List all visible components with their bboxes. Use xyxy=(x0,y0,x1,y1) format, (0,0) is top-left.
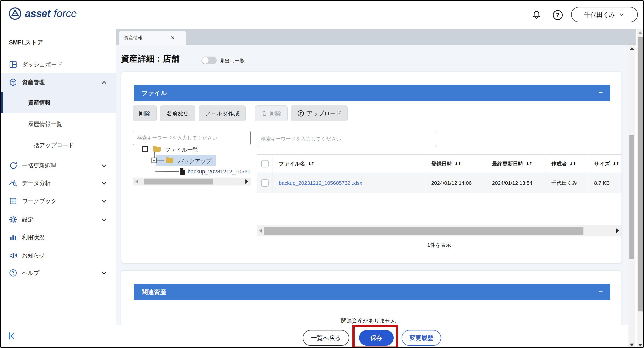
sidebar-item-settings[interactable]: 設定 xyxy=(1,212,116,227)
sidebar-footer xyxy=(1,324,116,348)
tree-item-backup-folder[interactable]: バックアップ xyxy=(178,158,212,165)
file-toolbar: 削除 名前変更 フォルダ作成 削除 アップロード xyxy=(133,105,348,121)
related-assets-title: 関連資産 xyxy=(142,288,166,296)
content-vertical-scrollbar[interactable] xyxy=(628,45,635,348)
tab-asset-info[interactable]: 資産情報 × xyxy=(119,31,186,45)
tree-expander-backup[interactable]: − xyxy=(152,158,157,163)
chevron-down-icon xyxy=(100,216,108,223)
scroll-right-icon[interactable] xyxy=(616,228,619,233)
sidebar-item-help[interactable]: ヘルプ xyxy=(1,266,116,280)
chevron-down-icon xyxy=(100,162,108,169)
sort-icon[interactable]: ↓↑ xyxy=(526,161,532,166)
sidebar-item-usage[interactable]: 利用状況 xyxy=(1,230,116,245)
rename-button[interactable]: 名前変更 xyxy=(160,105,195,121)
sidebar-item-notice[interactable]: お知らせ xyxy=(1,248,116,263)
chevron-down-icon xyxy=(100,198,108,205)
user-menu-button[interactable]: 千代田くみ xyxy=(571,7,638,22)
scroll-right-icon[interactable] xyxy=(246,179,248,184)
scrollbar-thumb[interactable] xyxy=(264,227,584,235)
sidebar-item-data-analysis[interactable]: データ分析 xyxy=(1,176,116,190)
heading-list-toggle[interactable] xyxy=(202,56,217,64)
scroll-left-icon[interactable] xyxy=(136,179,138,184)
file-panel: ファイル − 削除 名前変更 フォルダ作成 削除 アップロード xyxy=(121,72,622,263)
question-circle-icon xyxy=(9,269,17,277)
file-icon xyxy=(180,168,186,175)
select-all-checkbox[interactable] xyxy=(261,160,268,167)
collapse-panel-icon[interactable]: − xyxy=(599,289,603,295)
sort-icon[interactable]: ↓↑ xyxy=(308,161,314,166)
scrollbar-thumb[interactable] xyxy=(144,179,213,185)
bar-chart-icon xyxy=(9,233,17,241)
refresh-icon xyxy=(9,161,17,170)
sort-icon[interactable]: ↓↑ xyxy=(569,161,576,166)
table-header-row: ファイル名↓↑ 登録日時↓↑ 最終更新日時↓↑ 作成者↓↑ サイズ↓↑ xyxy=(257,154,622,173)
dashboard-icon xyxy=(9,60,17,69)
file-search-input[interactable] xyxy=(257,131,437,147)
annotation-highlight-box xyxy=(352,325,398,348)
toggle-knob xyxy=(202,57,208,64)
scrollbar-thumb[interactable] xyxy=(630,135,634,259)
folder-icon xyxy=(165,157,174,163)
sort-icon[interactable]: ↓↑ xyxy=(454,161,461,166)
page-vertical-scrollbar[interactable] xyxy=(637,29,644,348)
help-icon[interactable]: ? xyxy=(553,10,563,20)
folder-icon xyxy=(153,145,161,152)
heading-list-toggle-label: 見出し一覧 xyxy=(220,57,244,64)
table-row: backup_20231212_105605732 .xlsx 2024/01/… xyxy=(257,173,622,193)
sidebar-item-dashboard[interactable]: ダッシュボード xyxy=(1,57,116,72)
chart-magnifier-icon xyxy=(9,179,17,187)
scroll-down-icon[interactable] xyxy=(638,344,642,347)
file-table: ファイル名↓↑ 登録日時↓↑ 最終更新日時↓↑ 作成者↓↑ サイズ↓↑ back… xyxy=(257,154,622,193)
tree-expander-root[interactable]: − xyxy=(142,146,148,152)
tab-bar: 資産情報 × xyxy=(116,29,636,45)
scroll-up-icon[interactable] xyxy=(630,47,634,50)
sort-icon[interactable]: ↓↑ xyxy=(612,161,619,166)
sidebar-item-asset-info[interactable]: 資産情報 xyxy=(1,95,116,110)
delete-button[interactable]: 削除 xyxy=(133,105,157,121)
upload-icon xyxy=(297,110,304,117)
related-assets-panel: 関連資産 − 関連資産がありません。 xyxy=(121,271,622,330)
file-panel-header: ファイル − xyxy=(134,85,610,101)
tree-connector xyxy=(154,152,155,158)
back-to-list-button[interactable]: 一覧へ戻る xyxy=(303,330,349,346)
tree-connector xyxy=(145,143,145,146)
sidebar-item-bulk-update[interactable]: 一括更新処理 xyxy=(1,158,116,173)
scroll-down-icon[interactable] xyxy=(630,344,634,346)
empty-message: 関連資産がありません。 xyxy=(121,317,622,325)
scroll-up-icon[interactable] xyxy=(638,31,642,34)
sidebar-item-workbook[interactable]: ワークブック xyxy=(1,194,116,208)
chevron-down-icon xyxy=(100,270,108,277)
scroll-left-icon[interactable] xyxy=(259,228,262,233)
registered-datetime: 2024/01/12 14:06 xyxy=(431,180,472,186)
logo-text-force: force xyxy=(54,8,76,19)
notifications-bell-icon[interactable] xyxy=(532,10,542,20)
tree-item-root[interactable]: ファイル一覧 xyxy=(165,146,198,154)
app-window: assetforce ? 千代田くみ SMFLストア ダッシュボード xyxy=(0,0,644,348)
upload-button[interactable]: アップロード xyxy=(291,105,348,121)
updated-datetime: 2024/01/12 13:54 xyxy=(492,180,532,186)
tree-connector xyxy=(155,171,179,172)
logo-text-asset: asset xyxy=(25,8,50,19)
table-horizontal-scrollbar[interactable] xyxy=(257,225,622,236)
sidebar-item-bulk-upload[interactable]: 一括アップロード xyxy=(1,138,116,153)
create-folder-button[interactable]: フォルダ作成 xyxy=(199,105,246,121)
logo-mark-icon xyxy=(8,7,22,20)
sidebar-item-asset-management[interactable]: 資産管理 xyxy=(1,75,116,90)
row-checkbox[interactable] xyxy=(261,179,268,187)
user-name: 千代田くみ xyxy=(584,11,615,19)
file-link[interactable]: backup_20231212_105605732 .xlsx xyxy=(279,180,362,186)
scrollbar-thumb[interactable] xyxy=(638,37,643,312)
related-assets-header: 関連資産 − xyxy=(134,284,610,300)
tree-item-backup-file[interactable]: backup_20231212_105605732 .xlsx xyxy=(188,168,250,175)
change-history-button[interactable]: 変更履歴 xyxy=(402,330,441,346)
sidebar-item-history-list[interactable]: 履歴情報一覧 xyxy=(1,117,116,131)
page-title: 資産詳細：店舗 xyxy=(121,53,180,64)
collapse-sidebar-icon[interactable] xyxy=(8,332,16,340)
creator-name: 千代田くみ xyxy=(551,180,578,186)
tree-connector xyxy=(148,149,152,149)
collapse-panel-icon[interactable]: − xyxy=(599,89,603,96)
tab-close-icon[interactable]: × xyxy=(171,34,175,41)
workbook-grid-icon xyxy=(9,197,17,205)
tree-search-input[interactable] xyxy=(133,131,250,145)
tree-horizontal-scrollbar[interactable] xyxy=(133,178,250,185)
